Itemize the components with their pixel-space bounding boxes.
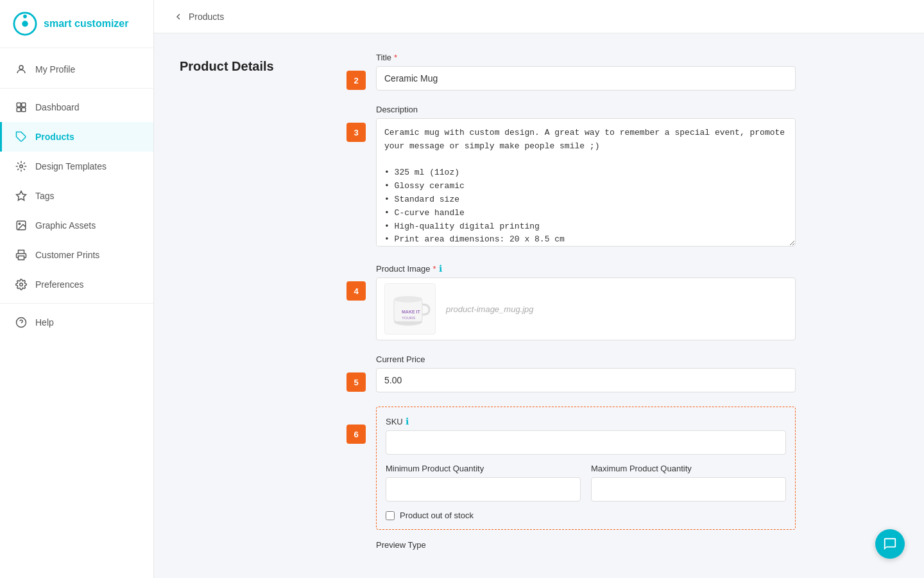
step-3-content: Description Ceramic mug with custom desi… [376,105,796,249]
breadcrumb: Products [189,12,224,22]
description-textarea[interactable]: Ceramic mug with custom design. A great … [376,118,796,247]
product-image-info-icon[interactable]: ℹ [439,263,442,274]
current-price-label: Current Price [376,355,796,364]
out-of-stock-row: Product out of stock [386,511,786,520]
step-3-badge: 3 [346,123,366,142]
step-4-row: 4 Product Image * ℹ [346,263,796,340]
sidebar-label-design-templates: Design Templates [35,161,107,171]
svg-text:MAKE IT: MAKE IT [402,310,421,314]
svg-point-9 [20,165,23,168]
sidebar-label-customer-prints: Customer Prints [35,250,99,260]
sidebar-item-design-templates[interactable]: Design Templates [0,152,153,181]
sidebar-label-graphic-assets: Graphic Assets [35,220,96,231]
sidebar-item-products[interactable]: Products [0,122,153,152]
main-content: Products Product Details 2 Title * 3 [154,0,924,578]
svg-point-14 [20,283,23,286]
sku-label: SKU ℹ [386,416,786,426]
svg-point-2 [23,15,27,19]
step-3-row: 3 Description Ceramic mug with custom de… [346,105,796,249]
mug-svg: MAKE IT YOURS [388,286,432,331]
dashboard-icon [15,101,28,114]
product-image-required-mark: * [433,264,436,274]
step-5-row: 5 Current Price [346,355,796,392]
preview-type-section: Preview Type [376,540,796,550]
title-required-mark: * [394,53,397,62]
step-6-content: SKU ℹ Minimum Product Quantity Maximum P… [376,407,796,554]
sidebar-navigation: My Profile Dashboard Products Design Tem… [0,48,153,578]
sidebar-item-customer-prints[interactable]: Customer Prints [0,240,153,270]
sidebar-item-help[interactable]: Help [0,308,153,337]
app-name: smart customizer [44,18,129,30]
sidebar: smart customizer My Profile Dashboard Pr… [0,0,154,578]
step-2-content: Title * [376,53,796,91]
sidebar-item-preferences[interactable]: Preferences [0,270,153,299]
image-upload-area[interactable]: MAKE IT YOURS product-image_mug.jpg [376,277,796,340]
sidebar-label-tags: Tags [35,191,55,201]
product-form: 2 Title * 3 Description Ceramic mug with… [346,53,796,559]
step-5-badge: 5 [346,372,366,392]
user-icon [15,63,28,76]
svg-rect-4 [17,103,21,107]
content-area: Product Details 2 Title * 3 Description [154,33,924,578]
svg-point-19 [394,296,422,302]
svg-point-3 [19,66,23,69]
tag-icon [15,130,28,143]
out-of-stock-label[interactable]: Product out of stock [400,511,474,520]
graphic-icon [15,219,28,232]
image-preview: MAKE IT YOURS [384,283,436,335]
image-filename: product-image_mug.jpg [446,304,534,314]
step-6-row: 6 SKU ℹ Minimum Product Quantity [346,407,796,554]
chat-icon [883,537,897,551]
sku-section: SKU ℹ Minimum Product Quantity Maximum P… [376,407,796,530]
max-qty-field: Maximum Product Quantity [591,464,786,502]
sidebar-item-graphic-assets[interactable]: Graphic Assets [0,211,153,240]
preview-type-label: Preview Type [376,540,796,550]
sidebar-item-my-profile[interactable]: My Profile [0,55,153,84]
sidebar-label-preferences: Preferences [35,279,83,290]
sidebar-logo: smart customizer [0,0,153,48]
min-qty-field: Minimum Product Quantity [386,464,581,502]
min-qty-input[interactable] [386,477,581,502]
svg-rect-6 [17,108,21,112]
step-5-content: Current Price [376,355,796,392]
sidebar-label-dashboard: Dashboard [35,102,80,112]
description-label: Description [376,105,796,114]
sidebar-label-products: Products [35,132,74,142]
out-of-stock-checkbox[interactable] [386,511,395,520]
svg-rect-5 [22,103,26,107]
step-4-content: Product Image * ℹ MAKE IT [376,263,796,340]
svg-point-12 [19,223,20,224]
step-6-badge: 6 [346,425,366,444]
print-icon [15,249,28,261]
max-qty-input[interactable] [591,477,786,502]
svg-rect-13 [19,256,24,260]
app-logo-icon [13,12,37,36]
min-qty-label: Minimum Product Quantity [386,464,581,473]
top-bar: Products [154,0,924,33]
sidebar-label-help: Help [35,317,54,328]
svg-marker-10 [17,191,26,200]
chat-button[interactable] [875,529,905,559]
tags-icon [15,189,28,202]
sku-input[interactable] [386,430,786,455]
svg-text:YOURS: YOURS [402,316,415,320]
step-2-row: 2 Title * [346,53,796,91]
current-price-input[interactable] [376,368,796,392]
max-qty-label: Maximum Product Quantity [591,464,786,473]
title-input[interactable] [376,66,796,91]
sidebar-label-my-profile: My Profile [35,64,75,74]
step-4-badge: 4 [346,281,366,301]
step-2-badge: 2 [346,71,366,90]
help-icon [15,316,28,329]
svg-point-1 [22,21,28,27]
back-button[interactable] [173,12,184,22]
sidebar-item-dashboard[interactable]: Dashboard [0,92,153,122]
product-image-label: Product Image * ℹ [376,263,796,274]
page-title: Product Details [180,53,308,559]
svg-rect-7 [22,108,26,112]
qty-fields-row: Minimum Product Quantity Maximum Product… [386,464,786,502]
sku-info-icon[interactable]: ℹ [406,416,409,426]
gear-icon [15,278,28,291]
design-icon [15,160,28,173]
sidebar-item-tags[interactable]: Tags [0,181,153,211]
